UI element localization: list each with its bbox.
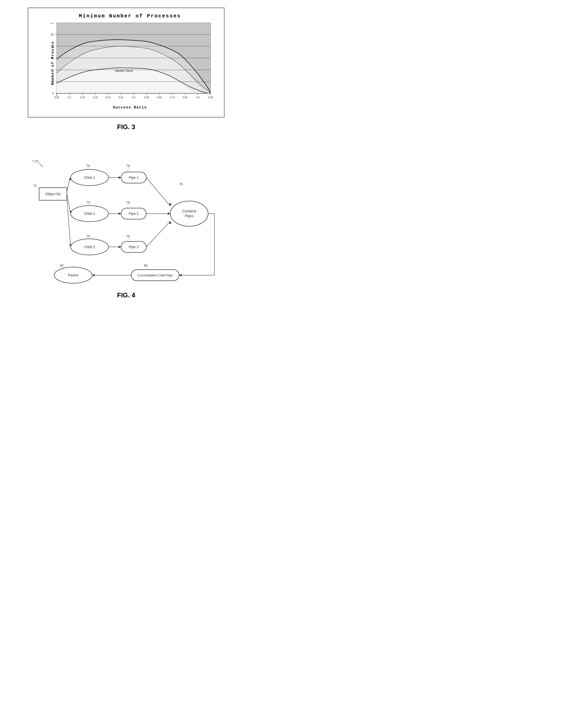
- svg-text:0.82: 0.82: [183, 96, 188, 99]
- svg-text:0.98: 0.98: [208, 96, 213, 99]
- svg-text:Consolidated Child Pipe: Consolidated Child Pipe: [138, 274, 173, 277]
- svg-text:0.58: 0.58: [144, 96, 149, 99]
- svg-text:76: 76: [126, 234, 130, 238]
- svg-text:50: 50: [51, 33, 54, 36]
- svg-line-108: [146, 177, 170, 206]
- chart-title: Minimum Number of Processes: [43, 13, 216, 19]
- svg-text:Child 3: Child 3: [84, 245, 95, 249]
- svg-text:78: 78: [179, 182, 183, 186]
- svg-text:Sweet Spot: Sweet Spot: [115, 69, 133, 73]
- svg-text:0.02: 0.02: [54, 96, 59, 99]
- fig4-caption: FIG. 4: [117, 291, 135, 299]
- svg-marker-107: [119, 246, 121, 248]
- fig4-diagram-container: 70 ↘ 72 Object list 74 Child 1 74 Child …: [18, 138, 235, 286]
- chart-area: Number of Process Sw: [43, 23, 216, 103]
- svg-marker-117: [179, 274, 182, 276]
- svg-line-55: [39, 163, 43, 167]
- svg-text:0.5: 0.5: [132, 96, 135, 99]
- svg-text:0.74: 0.74: [170, 96, 175, 99]
- svg-text:Child 2: Child 2: [84, 212, 95, 216]
- svg-text:Pipe 1: Pipe 1: [129, 175, 139, 179]
- svg-text:Parent: Parent: [68, 273, 78, 277]
- svg-line-112: [146, 221, 170, 247]
- svg-marker-105: [119, 212, 121, 215]
- svg-text:↘: ↘: [31, 159, 34, 163]
- svg-text:Pipe 3: Pipe 3: [129, 245, 139, 249]
- svg-text:0.42: 0.42: [118, 96, 123, 99]
- svg-text:80: 80: [144, 263, 147, 267]
- fig3-chart-container: Minimum Number of Processes Number of Pr…: [28, 7, 225, 117]
- svg-marker-119: [92, 274, 94, 276]
- svg-text:Pipe 2: Pipe 2: [129, 212, 139, 216]
- svg-marker-103: [119, 176, 121, 179]
- svg-text:0.18: 0.18: [80, 96, 85, 99]
- svg-marker-109: [169, 203, 171, 206]
- fig3-caption: FIG. 3: [117, 123, 135, 131]
- svg-text:0.9: 0.9: [196, 96, 200, 99]
- svg-text:Child 1: Child 1: [84, 175, 95, 179]
- svg-text:70: 70: [35, 159, 38, 163]
- svg-text:0.34: 0.34: [105, 96, 110, 99]
- y-axis-label: Number of Process: [51, 41, 55, 85]
- svg-text:74: 74: [86, 234, 90, 238]
- fig4-svg: 70 ↘ 72 Object list 74 Child 1 74 Child …: [18, 138, 235, 285]
- svg-text:0.1: 0.1: [68, 96, 71, 99]
- svg-text:60: 60: [51, 23, 54, 24]
- svg-text:82: 82: [60, 263, 64, 267]
- svg-text:Combine: Combine: [182, 209, 196, 213]
- svg-text:Object list: Object list: [45, 192, 61, 196]
- svg-text:76: 76: [126, 200, 130, 204]
- x-axis-label: Success Ratio: [43, 105, 216, 109]
- svg-line-73: [127, 168, 129, 171]
- svg-text:0.66: 0.66: [157, 96, 162, 99]
- svg-line-77: [127, 204, 129, 207]
- svg-text:74: 74: [86, 200, 90, 204]
- chart-svg: Sweet Spot 0 10 20 30 40 50 60: [43, 23, 216, 103]
- svg-text:76: 76: [126, 164, 130, 168]
- svg-marker-113: [169, 221, 171, 224]
- svg-line-100: [67, 198, 71, 247]
- svg-line-81: [127, 238, 129, 241]
- svg-text:Pipes: Pipes: [185, 214, 193, 218]
- svg-marker-111: [168, 212, 170, 215]
- svg-text:0.26: 0.26: [93, 96, 98, 99]
- svg-text:74: 74: [86, 164, 90, 168]
- svg-point-85: [170, 201, 208, 226]
- svg-text:0: 0: [52, 92, 54, 95]
- svg-text:72: 72: [33, 184, 37, 188]
